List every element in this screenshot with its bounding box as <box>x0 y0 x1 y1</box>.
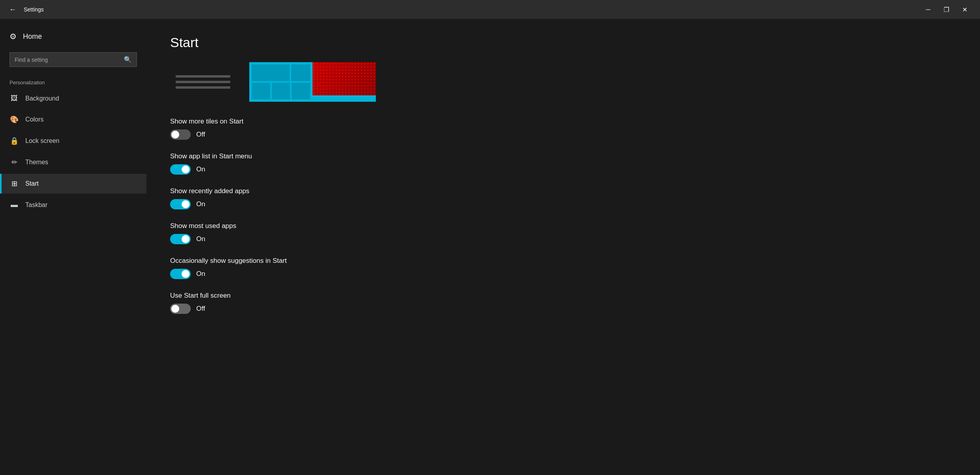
close-button[interactable]: ✕ <box>955 0 974 19</box>
page-title: Start <box>170 35 956 50</box>
preview-line-2 <box>176 81 230 83</box>
search-box: 🔍 <box>9 52 137 67</box>
background-icon: 🖼 <box>9 94 19 103</box>
preview-line-3 <box>176 86 230 89</box>
preview-tiles <box>249 62 313 102</box>
preview-line-1 <box>176 75 230 78</box>
toggle-show-most-used[interactable] <box>170 234 191 244</box>
toggle-row-use-full-screen: Off <box>170 304 956 314</box>
toggle-thumb-show-most-used <box>182 235 190 243</box>
lock-screen-icon: 🔒 <box>9 137 19 145</box>
setting-show-recently-added-label: Show recently added apps <box>170 187 956 195</box>
toggle-show-recently-added[interactable] <box>170 199 191 209</box>
setting-show-app-list-label: Show app list in Start menu <box>170 152 956 160</box>
preview-right-panel <box>313 62 376 102</box>
sidebar-item-start-label: Start <box>25 180 39 187</box>
preview-tile-row-2 <box>252 83 310 99</box>
preview-tile-4 <box>292 83 310 99</box>
sidebar-item-lock-screen-label: Lock screen <box>25 137 59 144</box>
sidebar-item-colors-label: Colors <box>25 116 44 123</box>
sidebar-item-lock-screen[interactable]: 🔒 Lock screen <box>0 131 146 151</box>
sidebar-item-background-label: Background <box>25 95 59 102</box>
toggle-use-full-screen[interactable] <box>170 304 191 314</box>
toggle-state-use-full-screen: Off <box>196 305 205 313</box>
preview-tile-1 <box>291 65 310 81</box>
setting-show-most-used-label: Show most used apps <box>170 222 956 230</box>
toggle-state-show-app-list: On <box>196 165 205 173</box>
start-preview <box>170 62 376 102</box>
setting-use-full-screen-label: Use Start full screen <box>170 292 956 300</box>
toggle-show-more-tiles[interactable] <box>170 129 191 140</box>
toggle-thumb-show-more-tiles <box>171 131 179 139</box>
titlebar: ← Settings ─ ❐ ✕ <box>0 0 980 19</box>
toggle-state-show-more-tiles: Off <box>196 131 205 139</box>
titlebar-title: Settings <box>24 6 44 13</box>
toggle-row-show-most-used: On <box>170 234 956 244</box>
sidebar-item-themes-label: Themes <box>25 159 48 166</box>
preview-tile-2 <box>252 83 270 99</box>
sidebar-item-taskbar-label: Taskbar <box>25 201 47 209</box>
preview-start-menu-left <box>170 62 249 102</box>
setting-use-full-screen: Use Start full screen Off <box>170 292 956 314</box>
toggle-row-show-suggestions: On <box>170 269 956 279</box>
sidebar-item-background[interactable]: 🖼 Background <box>0 89 146 108</box>
home-icon: ⚙ <box>9 32 17 41</box>
sidebar: ⚙ Home 🔍 Personalization 🖼 Background 🎨 … <box>0 19 146 475</box>
minimize-button[interactable]: ─ <box>919 0 937 19</box>
sidebar-item-themes[interactable]: ✏ Themes <box>0 152 146 172</box>
toggle-row-show-app-list: On <box>170 164 956 175</box>
restore-button[interactable]: ❐ <box>937 0 955 19</box>
colors-icon: 🎨 <box>9 115 19 124</box>
search-icon: 🔍 <box>124 56 132 63</box>
toggle-thumb-show-app-list <box>182 165 190 173</box>
section-label: Personalization <box>0 76 146 87</box>
sidebar-item-home[interactable]: ⚙ Home <box>0 27 146 46</box>
sidebar-item-colors[interactable]: 🎨 Colors <box>0 110 146 129</box>
toggle-show-suggestions[interactable] <box>170 269 191 279</box>
window-controls: ─ ❐ ✕ <box>919 0 974 19</box>
preview-bottom-bar <box>313 95 376 102</box>
main-layout: ⚙ Home 🔍 Personalization 🖼 Background 🎨 … <box>0 19 980 475</box>
setting-show-more-tiles: Show more tiles on Start Off <box>170 118 956 140</box>
toggle-state-show-most-used: On <box>196 235 205 243</box>
back-button[interactable]: ← <box>6 3 19 16</box>
search-input[interactable] <box>15 57 121 63</box>
setting-show-suggestions: Occasionally show suggestions in Start O… <box>170 257 956 279</box>
setting-show-suggestions-label: Occasionally show suggestions in Start <box>170 257 956 265</box>
home-label: Home <box>23 32 42 41</box>
setting-show-recently-added: Show recently added apps On <box>170 187 956 209</box>
preview-tile-wide <box>252 65 290 81</box>
preview-tile-3 <box>272 83 290 99</box>
toggle-show-app-list[interactable] <box>170 164 191 175</box>
toggle-state-show-suggestions: On <box>196 270 205 278</box>
toggle-row-show-recently-added: On <box>170 199 956 209</box>
content-area: Start <box>146 19 980 475</box>
sidebar-item-start[interactable]: ⊞ Start <box>0 174 146 194</box>
sidebar-item-taskbar[interactable]: ▬ Taskbar <box>0 195 146 215</box>
setting-show-more-tiles-label: Show more tiles on Start <box>170 118 956 125</box>
preview-tile-row-1 <box>252 65 310 81</box>
start-icon: ⊞ <box>9 179 19 188</box>
themes-icon: ✏ <box>9 158 19 167</box>
search-container: 🔍 <box>0 48 146 72</box>
toggle-thumb-show-recently-added <box>182 200 190 208</box>
toggle-row-show-more-tiles: Off <box>170 129 956 140</box>
toggle-thumb-use-full-screen <box>171 305 179 313</box>
toggle-thumb-show-suggestions <box>182 270 190 278</box>
setting-show-app-list: Show app list in Start menu On <box>170 152 956 175</box>
toggle-state-show-recently-added: On <box>196 200 205 208</box>
setting-show-most-used: Show most used apps On <box>170 222 956 244</box>
taskbar-icon: ▬ <box>9 201 19 209</box>
